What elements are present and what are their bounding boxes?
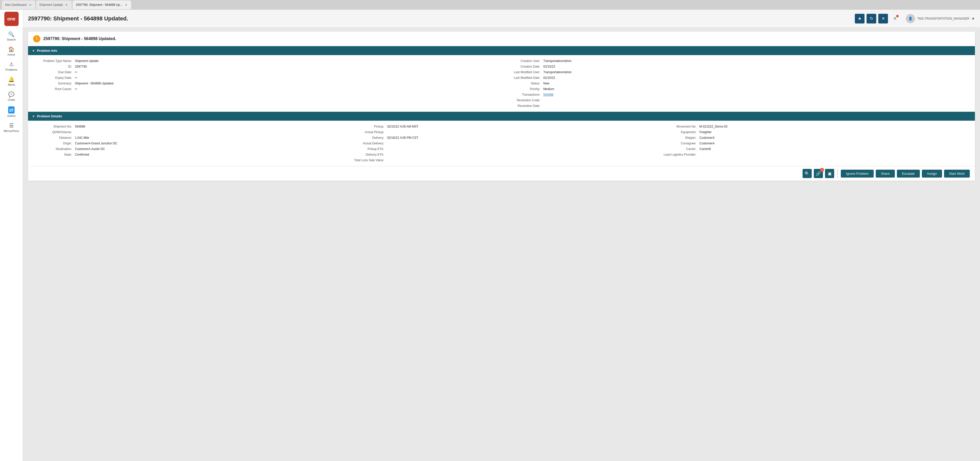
start-work-button[interactable]: Start Work xyxy=(944,170,970,177)
problem-info-grid: Problem Type Name: Shipment Update ID: 2… xyxy=(28,55,975,112)
field-label: Total Loss Sale Value: xyxy=(345,158,386,162)
field-value: CustomerA-Austin DC xyxy=(75,147,105,151)
sidebar-item-menus-favs[interactable]: ☰ Menus/Favs xyxy=(1,120,22,134)
ignore-problem-button[interactable]: Ignore Problem xyxy=(841,170,874,177)
link-icon: 🔗 xyxy=(816,171,821,176)
sidebar-item-label: Alerts xyxy=(8,83,15,86)
edit-icon[interactable]: ✏ xyxy=(75,76,78,80)
tab-close-shipment-update[interactable]: ✕ xyxy=(65,3,68,7)
info-row: Transactions: 564898 xyxy=(501,93,970,96)
info-row: Problem Type Name: Shipment Update xyxy=(33,59,501,63)
info-row: Destination: CustomerA-Austin DC xyxy=(33,147,345,151)
details-col-left: Shipment No: 564898 Qt/Wt/Volume: Distan… xyxy=(33,125,345,162)
search-icon: 🔍 xyxy=(8,31,14,37)
edit-icon[interactable]: ✏ xyxy=(75,70,78,74)
field-label: Qt/Wt/Volume: xyxy=(33,130,74,134)
field-value: Medium xyxy=(543,87,554,91)
field-label: Root Cause: xyxy=(33,87,74,91)
field-label: Problem Type Name: xyxy=(33,59,74,63)
field-value: 02/16/22 4:00 PM CST xyxy=(387,136,418,140)
field-label: Shipment No: xyxy=(33,125,74,128)
field-label: Delivery ETA: xyxy=(345,153,386,156)
field-value: 2597790 xyxy=(75,65,87,69)
tab-neo-dashboard[interactable]: Neo Dashboard ✕ xyxy=(2,0,35,9)
escalate-button[interactable]: Escalate xyxy=(897,170,920,177)
field-label: Distance: xyxy=(33,136,74,140)
collapse-arrow: ▼ xyxy=(32,115,35,118)
field-label: Equipment: xyxy=(657,130,698,134)
sidebar-item-home[interactable]: 🏠 Home xyxy=(1,44,22,58)
info-row: Pickup ETA: xyxy=(345,147,658,151)
sidebar-item-search[interactable]: 🔍 Search xyxy=(1,29,22,43)
sidebar-item-switch[interactable]: ⇄ Switch xyxy=(1,104,22,120)
field-label: Summary: xyxy=(33,81,74,85)
assign-button[interactable]: Assign xyxy=(922,170,942,177)
sidebar-item-chats[interactable]: 💬 Chats xyxy=(1,89,22,103)
field-value: 02/15/22 xyxy=(543,65,555,69)
info-row: Creation Date: 02/15/22 xyxy=(501,65,970,69)
info-row: Shipment No: 564898 xyxy=(33,125,345,128)
field-value: CarrierB xyxy=(699,147,711,151)
info-row: Total Loss Sale Value: xyxy=(345,158,658,162)
info-row: Status: New xyxy=(501,81,970,85)
sidebar-item-problems[interactable]: ⚠ Problems xyxy=(1,59,22,73)
refresh-button[interactable]: ↻ xyxy=(867,14,876,24)
info-row: Equipment: Freighter xyxy=(657,130,970,134)
field-label: Delivery: xyxy=(345,136,386,140)
info-row: Distance: 1,041 Mile xyxy=(33,136,345,140)
link-button[interactable]: 🔗 5 xyxy=(814,169,823,178)
header-actions: ★ ↻ ✕ ≡ xyxy=(855,14,900,24)
info-row: Lead Logistics Provider: xyxy=(657,153,970,156)
app-logo[interactable]: one xyxy=(4,12,19,26)
problem-card: ! 2597790: Shipment - 564898 Updated. ▼ … xyxy=(28,32,975,180)
share-button[interactable]: Share xyxy=(876,170,895,177)
info-column-left: Problem Type Name: Shipment Update ID: 2… xyxy=(33,59,501,108)
details-col-mid: Pickup: 02/15/22 4:00 AM MST Actual Pick… xyxy=(345,125,658,162)
field-value: TransportationAdmin xyxy=(543,70,571,74)
user-dropdown-button[interactable]: ▼ xyxy=(971,17,975,21)
transactions-link[interactable]: 564898 xyxy=(543,93,554,96)
edit-icon[interactable]: ✏ xyxy=(75,87,78,91)
close-button[interactable]: ✕ xyxy=(878,14,888,24)
info-row: Root Cause: ✏ xyxy=(33,87,501,91)
tab-label: 2597790: Shipment - 564898 Up... xyxy=(76,3,123,6)
info-row: Summary: Shipment - 564898 Updated. xyxy=(33,81,501,85)
zoom-button[interactable]: 🔍 xyxy=(803,169,812,178)
chat-box-button[interactable]: ▣ xyxy=(825,169,834,178)
field-value: CustomerA xyxy=(699,142,714,145)
top-header: 2597790: Shipment - 564898 Updated. ★ ↻ … xyxy=(23,10,980,27)
sidebar-item-alerts[interactable]: 🔔 Alerts xyxy=(1,74,22,88)
user-name: TMS.TRANSPORTATION_MANAGER xyxy=(917,17,969,21)
info-row: Last Modified User: TransportationAdmin xyxy=(501,70,970,74)
tab-problem-detail[interactable]: 2597790: Shipment - 564898 Up... ✕ xyxy=(73,0,131,9)
field-label: Shipper: xyxy=(657,136,698,140)
info-row: Resolution Date: xyxy=(501,104,970,108)
menu-button[interactable]: ≡ xyxy=(890,14,900,24)
tab-close-neo-dashboard[interactable]: ✕ xyxy=(28,3,32,7)
zoom-icon: 🔍 xyxy=(805,171,810,176)
page-title: 2597790: Shipment - 564898 Updated. xyxy=(28,15,852,22)
switch-icon: ⇄ xyxy=(8,106,14,113)
tab-shipment-update[interactable]: Shipment Update ✕ xyxy=(36,0,72,9)
problem-details-header[interactable]: ▼ Problem Details xyxy=(28,112,975,121)
field-label: Last Modified Date: xyxy=(501,76,542,80)
action-separator xyxy=(837,169,838,178)
field-value: 02/15/22 xyxy=(543,76,555,80)
problem-info-section: ▼ Problem Info Problem Type Name: Shipme… xyxy=(28,46,975,166)
content-area: 2597790: Shipment - 564898 Updated. ★ ↻ … xyxy=(23,10,980,461)
field-label: Creation User: xyxy=(501,59,542,63)
tab-close-problem-detail[interactable]: ✕ xyxy=(124,3,128,7)
info-row: Resolution Code: xyxy=(501,99,970,102)
field-label: Due Date: xyxy=(33,70,74,74)
field-label: Transactions: xyxy=(501,93,542,96)
field-value: TransportationAdmin xyxy=(543,59,571,63)
warning-icon: ⚠ xyxy=(9,61,14,67)
problem-info-header[interactable]: ▼ Problem Info xyxy=(28,46,975,55)
star-button[interactable]: ★ xyxy=(855,14,864,24)
field-value: Shipment Update xyxy=(75,59,99,63)
info-row: Actual Delivery: xyxy=(345,142,658,145)
field-value: CustomerA-Grand Junction DC xyxy=(75,142,117,145)
info-row: State: Confirmed xyxy=(33,153,345,156)
bell-icon: 🔔 xyxy=(8,76,14,82)
info-row: Delivery ETA: xyxy=(345,153,658,156)
